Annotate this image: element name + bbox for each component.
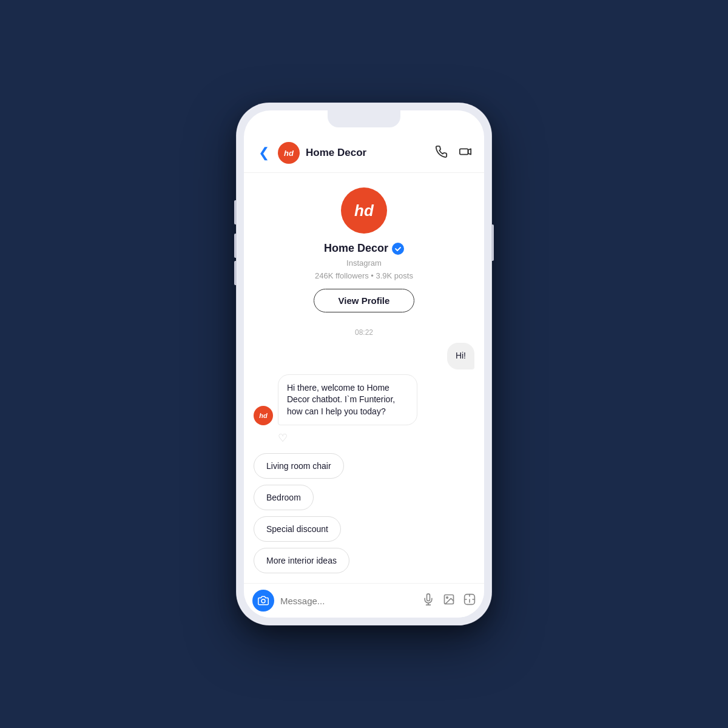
header-avatar: hd — [278, 142, 300, 164]
mic-icon[interactable] — [422, 593, 434, 608]
view-profile-button[interactable]: View Profile — [314, 289, 415, 312]
image-icon[interactable] — [443, 593, 455, 608]
profile-name: Home Decor — [324, 242, 388, 255]
phone-notch — [328, 110, 400, 127]
message-row-bot: hd Hi there, welcome to Home Decor chatb… — [254, 374, 474, 426]
header-title: Home Decor — [306, 147, 428, 159]
phone-screen: ❮ hd Home Decor — [244, 110, 484, 618]
input-bar — [244, 583, 484, 618]
bubble-hi: Hi! — [447, 343, 474, 369]
input-icons — [422, 593, 476, 608]
phone-frame: ❮ hd Home Decor — [237, 103, 491, 625]
message-row-hi: Hi! — [254, 343, 474, 369]
heart-icon[interactable]: ♡ — [278, 431, 288, 445]
profile-card: hd Home Decor Instagram 246K ffollowers … — [254, 173, 474, 322]
back-button[interactable]: ❮ — [256, 145, 272, 161]
message-timestamp: 08:22 — [254, 328, 474, 337]
bubble-bot: Hi there, welcome to Home Decor chatbot.… — [278, 374, 417, 426]
svg-point-6 — [447, 596, 448, 598]
quick-reply-interior[interactable]: More interior ideas — [254, 548, 349, 573]
quick-reply-living-room[interactable]: Living room chair — [254, 453, 344, 479]
phone-icon[interactable] — [434, 145, 448, 161]
camera-button[interactable] — [252, 590, 274, 612]
profile-name-row: Home Decor — [324, 242, 404, 255]
svg-marker-1 — [468, 149, 471, 154]
quick-replies: Living room chair Bedroom Special discou… — [254, 453, 474, 573]
chat-body: hd Home Decor Instagram 246K ffollowers … — [244, 173, 484, 583]
video-icon[interactable] — [459, 145, 472, 161]
verified-badge — [392, 243, 404, 255]
heart-reaction[interactable]: ♡ — [278, 431, 474, 445]
profile-stats: 246K ffollowers • 3.9K posts — [315, 271, 413, 280]
quick-reply-discount[interactable]: Special discount — [254, 516, 341, 542]
sticker-icon[interactable] — [463, 593, 476, 608]
svg-rect-0 — [460, 149, 468, 154]
bot-avatar: hd — [254, 406, 273, 425]
message-input[interactable] — [280, 596, 416, 606]
quick-reply-bedroom[interactable]: Bedroom — [254, 485, 314, 510]
header-icons — [434, 145, 472, 161]
profile-source: Instagram — [346, 258, 382, 268]
svg-point-2 — [261, 599, 265, 603]
profile-avatar-large: hd — [341, 187, 387, 234]
